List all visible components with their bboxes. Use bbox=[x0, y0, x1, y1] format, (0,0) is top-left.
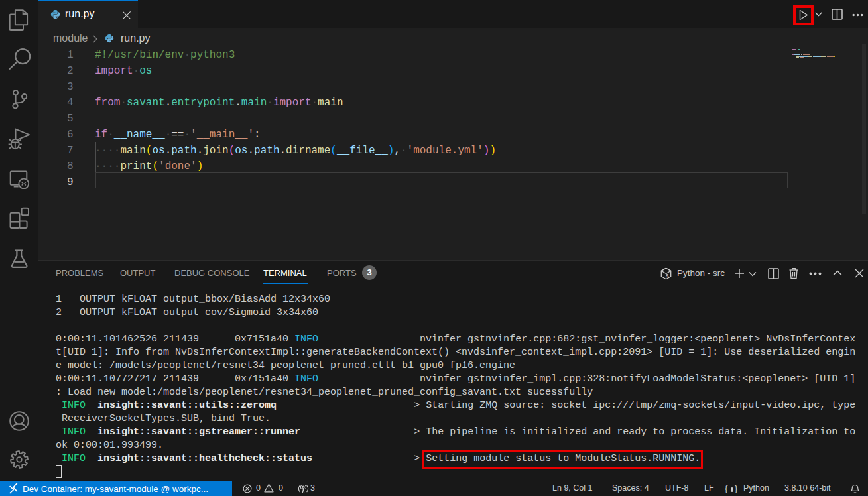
svg-text:$: $ bbox=[666, 273, 669, 279]
